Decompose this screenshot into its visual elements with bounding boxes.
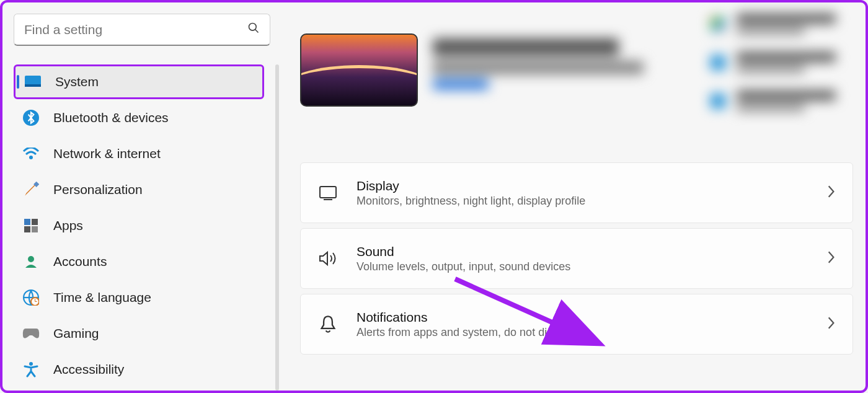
system-icon [24, 73, 42, 91]
sidebar-item-personalization[interactable]: Personalization [14, 172, 264, 207]
sidebar-item-label: Bluetooth & devices [53, 110, 169, 125]
device-thumbnail [300, 33, 418, 107]
svg-point-11 [28, 256, 34, 262]
sidebar-item-label: Gaming [53, 326, 99, 341]
svg-point-17 [29, 362, 33, 366]
svg-line-1 [255, 30, 259, 33]
sidebar-item-gaming[interactable]: Gaming [14, 316, 264, 351]
bluetooth-icon [22, 109, 40, 126]
setting-title: Sound [356, 244, 570, 259]
svg-rect-9 [24, 226, 30, 232]
setting-sound[interactable]: Sound Volume levels, output, input, soun… [300, 228, 853, 289]
accounts-icon [22, 253, 40, 270]
svg-rect-3 [25, 84, 41, 87]
chevron-right-icon [826, 185, 835, 201]
sidebar-item-label: Apps [53, 218, 83, 233]
setting-subtitle: Monitors, brightness, night light, displ… [356, 195, 585, 208]
main-content: Display Monitors, brightness, night ligh… [275, 2, 866, 391]
setting-title: Display [356, 179, 585, 193]
sidebar-item-label: Network & internet [53, 146, 161, 161]
time-language-icon [22, 289, 40, 306]
sidebar-item-label: Accessibility [53, 362, 124, 377]
personalization-icon [22, 181, 40, 198]
sidebar-item-label: Personalization [53, 182, 143, 197]
gaming-icon [22, 325, 40, 342]
setting-title: Notifications [356, 310, 572, 325]
sidebar-item-network[interactable]: Network & internet [14, 136, 264, 171]
svg-point-5 [29, 156, 33, 159]
setting-notifications[interactable]: Notifications Alerts from apps and syste… [300, 294, 853, 355]
sidebar-item-label: System [55, 74, 99, 89]
sidebar-item-accessibility[interactable]: Accessibility [14, 352, 264, 387]
svg-rect-10 [32, 226, 38, 232]
sidebar-item-time-language[interactable]: Time & language [14, 280, 264, 315]
sidebar-item-label: Time & language [53, 290, 151, 305]
chevron-right-icon [826, 250, 835, 267]
sidebar-item-bluetooth[interactable]: Bluetooth & devices [14, 100, 264, 135]
accessibility-icon [22, 361, 40, 378]
svg-rect-8 [32, 219, 38, 225]
display-icon [318, 185, 338, 200]
svg-rect-7 [24, 219, 30, 225]
svg-point-0 [249, 24, 257, 31]
chevron-right-icon [826, 316, 835, 332]
setting-subtitle: Alerts from apps and system, do not dist… [356, 326, 572, 339]
notifications-icon [318, 315, 338, 333]
device-header [300, 33, 853, 107]
sound-icon [318, 250, 338, 267]
search-icon [247, 22, 260, 37]
device-info-blurred [433, 33, 644, 94]
wifi-icon [22, 145, 40, 162]
apps-icon [22, 217, 40, 234]
setting-display[interactable]: Display Monitors, brightness, night ligh… [300, 162, 853, 223]
sidebar-item-label: Accounts [53, 254, 107, 269]
quick-links-blurred [711, 0, 859, 129]
search-input[interactable] [14, 14, 270, 46]
svg-rect-6 [33, 182, 39, 187]
sidebar: System Bluetooth & devices Network & int… [2, 2, 275, 391]
sidebar-item-apps[interactable]: Apps [14, 208, 264, 243]
setting-subtitle: Volume levels, output, input, sound devi… [356, 260, 570, 273]
sidebar-item-accounts[interactable]: Accounts [14, 244, 264, 279]
search-field[interactable] [24, 22, 223, 37]
svg-rect-18 [320, 187, 336, 198]
sidebar-item-system[interactable]: System [14, 64, 264, 99]
